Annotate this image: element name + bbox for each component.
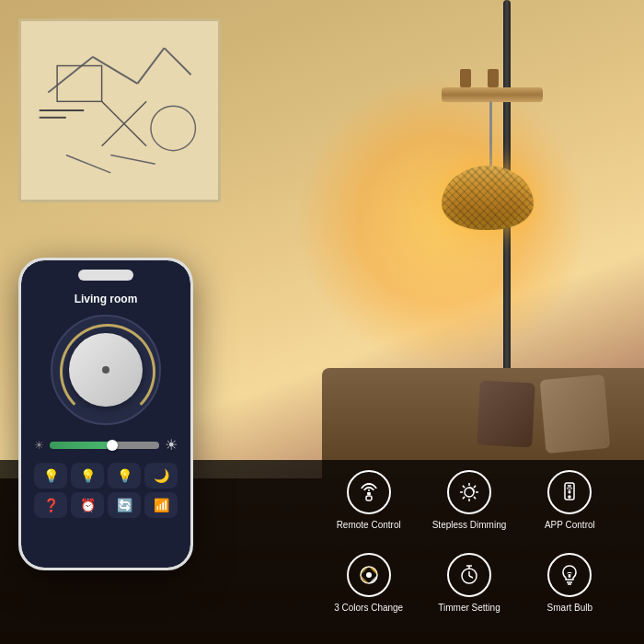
- smart-bulb-icon: [547, 553, 592, 597]
- svg-line-2: [137, 48, 164, 84]
- svg-line-21: [474, 497, 476, 499]
- wall-art: [18, 18, 221, 202]
- phone-mockup: Living room ☀ ☀: [18, 258, 193, 570]
- main-container: Remote Control Stepless Dimmin: [0, 0, 644, 644]
- mode-timer[interactable]: ⏰: [71, 492, 104, 518]
- timer-icon: ⏰: [80, 498, 96, 512]
- sofa-pillow-1: [540, 374, 611, 454]
- app-control-icon: [547, 470, 592, 514]
- mode-buttons-row1: 💡 💡 💡 🌙: [30, 463, 181, 489]
- svg-line-20: [463, 486, 465, 488]
- svg-point-9: [151, 106, 196, 150]
- feature-colors-change: 3 Colors Change: [322, 546, 415, 621]
- colors-change-icon: [347, 553, 391, 597]
- sofa-pillow-2: [477, 380, 535, 447]
- stepless-dimming-icon: [447, 470, 491, 514]
- phone-screen: Living room ☀ ☀: [21, 260, 190, 568]
- lamp-glow: [294, 74, 589, 368]
- svg-line-0: [48, 57, 93, 93]
- svg-point-14: [368, 489, 370, 491]
- svg-point-27: [569, 491, 571, 493]
- features-grid: Remote Control Stepless Dimmin: [313, 454, 626, 630]
- svg-rect-13: [366, 496, 372, 500]
- dial-track: [60, 324, 155, 420]
- svg-line-11: [110, 155, 155, 165]
- brightness-thumb: [107, 440, 118, 451]
- dial-outer: [51, 315, 161, 425]
- svg-line-23: [463, 497, 465, 499]
- night-icon: 🌙: [154, 468, 169, 483]
- svg-line-3: [165, 48, 191, 75]
- dial-container[interactable]: [51, 315, 161, 425]
- mode-help[interactable]: ❓: [34, 492, 67, 518]
- natural-light-icon: 💡: [117, 468, 132, 483]
- remote-control-icon: [347, 470, 391, 514]
- cool-light-icon: 💡: [80, 468, 96, 483]
- feature-remote-control: Remote Control: [322, 463, 415, 538]
- feature-app-control: APP Control: [523, 463, 616, 538]
- stepless-dimming-label: Stepless Dimming: [432, 519, 507, 531]
- svg-point-29: [366, 572, 372, 578]
- remote-control-label: Remote Control: [337, 519, 401, 531]
- feature-timer-setting: Timmer Setting: [422, 546, 515, 621]
- svg-point-26: [569, 496, 570, 498]
- svg-line-10: [66, 155, 111, 173]
- brightness-low-icon: ☀: [34, 439, 44, 452]
- mode-refresh[interactable]: 🔄: [108, 492, 141, 518]
- svg-rect-12: [367, 492, 371, 495]
- lamp-crossbar: [442, 87, 543, 102]
- mode-night[interactable]: 🌙: [144, 463, 178, 489]
- feature-stepless-dimming: Stepless Dimming: [422, 463, 515, 538]
- brightness-slider[interactable]: [50, 442, 159, 449]
- mode-warm-light[interactable]: 💡: [34, 463, 67, 489]
- smart-bulb-label: Smart Bulb: [547, 602, 592, 614]
- mode-cool-light[interactable]: 💡: [71, 463, 104, 489]
- svg-point-35: [569, 576, 570, 577]
- app-control-label: APP Control: [545, 519, 595, 531]
- refresh-icon: 🔄: [117, 498, 132, 512]
- brightness-high-icon: ☀: [165, 436, 178, 454]
- brightness-row: ☀ ☀: [30, 436, 181, 454]
- svg-line-1: [93, 57, 137, 84]
- mode-buttons-row2: ❓ ⏰ 🔄 📶: [30, 489, 181, 518]
- svg-line-22: [474, 486, 476, 488]
- phone-room-label: Living room: [75, 293, 138, 305]
- feature-smart-bulb: Smart Bulb: [523, 546, 616, 621]
- help-icon: ❓: [43, 498, 59, 512]
- svg-rect-4: [57, 66, 102, 102]
- colors-change-label: 3 Colors Change: [334, 602, 403, 614]
- svg-line-32: [469, 576, 473, 578]
- mode-signal[interactable]: 📶: [144, 492, 178, 518]
- timer-setting-icon: [447, 553, 491, 597]
- phone-notch: [78, 270, 133, 281]
- warm-light-icon: 💡: [43, 468, 59, 483]
- timer-setting-label: Timmer Setting: [438, 602, 500, 614]
- lamp-cord: [489, 101, 492, 175]
- mode-natural-light[interactable]: 💡: [108, 463, 141, 489]
- signal-icon: 📶: [154, 498, 169, 512]
